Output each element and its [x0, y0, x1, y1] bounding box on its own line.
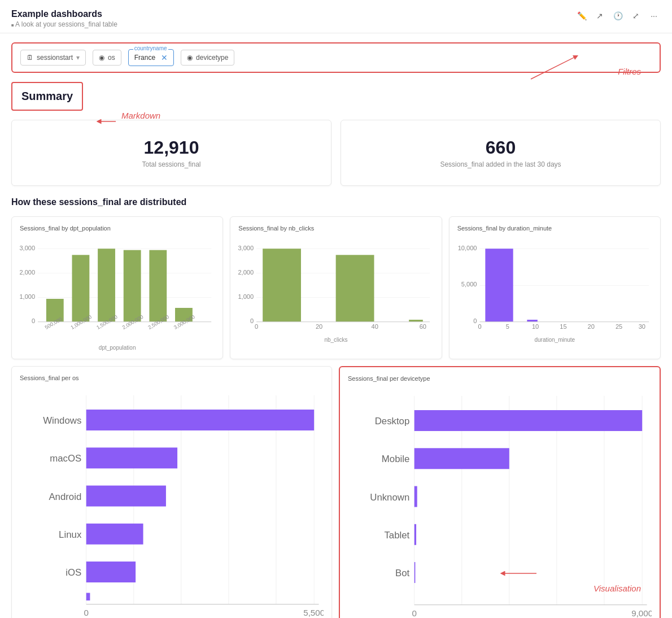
svg-text:Android: Android: [49, 491, 81, 502]
filter-devicetype[interactable]: ◉ devicetype: [181, 50, 234, 66]
svg-rect-67: [86, 410, 315, 430]
svg-text:5: 5: [505, 323, 509, 330]
svg-rect-88: [414, 448, 509, 469]
metric-label-total: Total sessions_final: [142, 160, 200, 168]
filter-os[interactable]: ◉ os: [93, 50, 121, 66]
pin-icon-2: ◉: [187, 54, 193, 62]
filter-countryname[interactable]: countryname France ✕: [128, 49, 174, 66]
svg-rect-31: [263, 249, 302, 321]
fullscreen-icon[interactable]: ⤢: [629, 9, 643, 23]
filter-country-value: France: [134, 54, 155, 62]
filter-close-icon[interactable]: ✕: [161, 53, 168, 62]
chart-clicks-title: Sessions_final by nb_clicks: [238, 225, 433, 232]
svg-rect-68: [86, 447, 177, 468]
distribution-section: How these sessions_final are distributed…: [11, 197, 661, 618]
svg-text:Unknown: Unknown: [370, 491, 409, 502]
svg-rect-87: [414, 410, 643, 431]
svg-text:15: 15: [560, 323, 566, 330]
svg-text:iOS: iOS: [66, 567, 81, 578]
header-actions: ✏️ ↗ 🕐 ⤢ ···: [575, 9, 661, 23]
svg-text:0: 0: [84, 608, 88, 617]
chart-os-svg: Windows macOS Android Linux iOS: [20, 386, 324, 618]
svg-text:0: 0: [412, 608, 416, 618]
chart-per-os: Sessions_final per os Windows macOS: [11, 366, 332, 618]
summary-section: Summary: [11, 82, 661, 111]
share-icon[interactable]: ↗: [593, 9, 606, 23]
annotation-arrow-filtres: [531, 48, 599, 82]
calendar-icon: 🗓: [27, 54, 33, 62]
chart-clicks-xlabel: nb_clicks: [238, 337, 433, 343]
svg-text:30: 30: [638, 323, 645, 330]
metric-value-recent: 660: [486, 137, 516, 158]
chart-nb-clicks: Sessions_final by nb_clicks 3,000 2,000 …: [230, 216, 442, 359]
metric-label-recent: Sessions_final added in the last 30 days: [440, 160, 561, 168]
svg-text:0: 0: [478, 323, 481, 330]
svg-text:2,000: 2,000: [20, 269, 35, 276]
chart-device-title: Sessions_final per devicetype: [348, 375, 652, 382]
pin-icon: ◉: [99, 54, 104, 62]
svg-text:Tablet: Tablet: [384, 530, 409, 541]
page-title: Example dashboards: [11, 9, 117, 19]
svg-rect-12: [98, 249, 115, 321]
annotation-filtres: Filtres: [618, 67, 641, 76]
chart-dpt-title: Sessions_final by dpt_population: [20, 225, 215, 232]
summary-box: Summary: [11, 82, 83, 111]
svg-text:5,000: 5,000: [461, 281, 477, 288]
more-icon[interactable]: ···: [647, 9, 661, 23]
svg-text:0: 0: [473, 317, 477, 324]
chart-duration-title: Sessions_final by duration_minute: [457, 225, 652, 232]
filter-field-label: countryname: [133, 45, 168, 51]
svg-text:0: 0: [32, 317, 35, 324]
chart-duration-xlabel: duration_minute: [457, 337, 652, 343]
chevron-down-icon: ▾: [76, 54, 80, 62]
svg-text:1,000: 1,000: [238, 293, 254, 300]
header: Example dashboards A look at your sessio…: [0, 0, 672, 33]
svg-text:Desktop: Desktop: [375, 416, 410, 426]
svg-text:10: 10: [532, 323, 539, 330]
chart-dpt-population: Sessions_final by dpt_population 3,000 2…: [11, 216, 223, 359]
svg-text:20: 20: [587, 323, 594, 330]
filter-sessionstart[interactable]: 🗓 sessionstart ▾: [20, 50, 86, 66]
svg-text:5,500: 5,500: [303, 608, 324, 617]
svg-rect-45: [485, 249, 513, 321]
svg-rect-90: [414, 524, 416, 545]
annotation-visualisation: Visualisation: [594, 584, 641, 593]
metric-card-recent: 660 Sessions_final added in the last 30 …: [341, 120, 661, 186]
svg-rect-46: [527, 320, 537, 322]
chart-duration: Sessions_final by duration_minute 10,000…: [449, 216, 661, 359]
svg-text:Mobile: Mobile: [382, 454, 409, 464]
chart-dpt-svg: 3,000 2,000 1,000 0: [20, 236, 215, 334]
svg-text:3,000: 3,000: [238, 245, 254, 251]
svg-text:20: 20: [316, 323, 322, 330]
svg-text:Linux: Linux: [59, 529, 82, 540]
svg-text:3,000: 3,000: [20, 245, 35, 251]
svg-text:macOS: macOS: [50, 453, 81, 464]
svg-text:60: 60: [420, 323, 426, 330]
filter-devicetype-label: devicetype: [196, 54, 228, 62]
svg-text:Windows: Windows: [43, 415, 81, 426]
svg-text:1,000: 1,000: [20, 293, 35, 300]
svg-rect-13: [124, 250, 141, 322]
svg-text:25: 25: [616, 323, 622, 330]
filter-sessionstart-label: sessionstart: [37, 54, 73, 62]
vis-arrow: [536, 559, 582, 587]
svg-text:2,000: 2,000: [238, 269, 254, 276]
svg-text:0: 0: [255, 323, 258, 330]
svg-text:9,000: 9,000: [631, 608, 652, 618]
edit-icon[interactable]: ✏️: [575, 9, 588, 23]
chart-per-devicetype: Sessions_final per devicetype Desktop: [339, 366, 661, 618]
chart-clicks-svg: 3,000 2,000 1,000 0 0: [238, 236, 433, 334]
clock-icon[interactable]: 🕐: [611, 9, 625, 23]
charts-top-row: Sessions_final by dpt_population 3,000 2…: [11, 216, 661, 359]
header-left: Example dashboards A look at your sessio…: [11, 9, 117, 28]
svg-rect-33: [409, 320, 423, 322]
markdown-arrow: [116, 116, 121, 121]
svg-line-0: [531, 56, 576, 79]
chart-duration-svg: 10,000 5,000 0 0 5 10 15: [457, 236, 652, 334]
svg-rect-11: [72, 255, 90, 321]
page-subtitle: A look at your sessions_final table: [11, 20, 117, 28]
svg-rect-91: [414, 562, 416, 583]
metric-card-total: 12,910 Total sessions_final: [11, 120, 331, 186]
svg-rect-89: [414, 486, 417, 507]
svg-rect-70: [86, 523, 143, 544]
